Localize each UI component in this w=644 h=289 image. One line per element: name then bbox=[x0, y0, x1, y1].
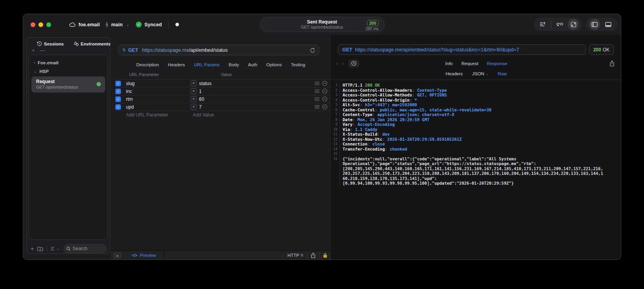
request-panel: ⇅ GET https://statuspage.me/api/embed/st… bbox=[110, 35, 331, 260]
request-footer: ▲ </> Preview HTTP ⇅ bbox=[110, 251, 331, 260]
response-url: https://statuspage.me/api/embed/status?s… bbox=[355, 47, 519, 53]
chevron-down-icon: ⌄ bbox=[486, 72, 489, 76]
param-value[interactable]: 7 bbox=[197, 104, 315, 110]
param-value[interactable]: 1 bbox=[197, 89, 315, 94]
branch-name[interactable]: main bbox=[111, 22, 122, 27]
sort-menu-button[interactable]: ⌄ bbox=[51, 247, 60, 251]
bottom-panel-icon[interactable] bbox=[603, 19, 614, 30]
refresh-icon[interactable] bbox=[310, 47, 315, 53]
code-line: 14Transfer-Encoding: chunked bbox=[332, 147, 621, 152]
tab-environments-label: Environments bbox=[81, 42, 111, 46]
protocol-selector[interactable]: HTTP ⇅ bbox=[287, 253, 303, 258]
tab-sessions[interactable]: Sessions bbox=[37, 41, 64, 46]
code-line: 7Content-Type: application/json; charset… bbox=[332, 112, 621, 117]
row-menu-icon[interactable] bbox=[315, 89, 319, 93]
zoom-button[interactable] bbox=[46, 22, 51, 27]
request-status-dot bbox=[97, 82, 101, 86]
tab-auth[interactable]: Auth bbox=[248, 62, 257, 67]
tab-headers[interactable]: Headers bbox=[168, 62, 185, 67]
param-value[interactable]: 60 bbox=[197, 96, 315, 102]
tab-request[interactable]: Request bbox=[462, 61, 478, 66]
remove-session-button[interactable]: — bbox=[40, 48, 45, 54]
param-name[interactable]: slug bbox=[121, 81, 191, 86]
minimize-button[interactable] bbox=[38, 22, 43, 27]
chevron-down-icon[interactable]: ⌄ bbox=[126, 23, 129, 27]
forward-button[interactable]: › bbox=[342, 60, 343, 66]
unsaved-dot bbox=[175, 23, 179, 26]
url-field[interactable]: ⇅ GET https://statuspage.me/api/embed/st… bbox=[119, 45, 319, 55]
tab-info[interactable]: Info bbox=[445, 61, 453, 66]
add-value-placeholder[interactable]: Add Value bbox=[190, 112, 331, 118]
response-panel: GET https://statuspage.me/api/embed/stat… bbox=[331, 35, 621, 260]
group-foe-email[interactable]: › Foe.email bbox=[31, 58, 105, 67]
add-param-row[interactable]: Add URL Parameter Add Value bbox=[115, 111, 331, 118]
group-hsp[interactable]: ⌄ HSP bbox=[31, 67, 105, 76]
tab-url-params[interactable]: URL Params bbox=[194, 62, 219, 67]
divider bbox=[319, 253, 319, 258]
code-line: 9Vary: Accept-Encoding bbox=[332, 122, 621, 127]
share-icon[interactable] bbox=[311, 253, 316, 258]
remove-row-icon[interactable] bbox=[322, 89, 327, 94]
method-updown-icon[interactable]: ⇅ bbox=[122, 48, 126, 52]
url-host: https://statuspage.me bbox=[142, 47, 189, 53]
history-button[interactable] bbox=[348, 60, 359, 67]
add-request-button[interactable]: + bbox=[31, 245, 34, 252]
remove-row-icon[interactable] bbox=[322, 81, 327, 86]
remove-row-icon[interactable] bbox=[322, 96, 327, 102]
request-subtitle: GET /api/embed/status bbox=[301, 25, 343, 30]
row-menu-icon[interactable] bbox=[315, 97, 319, 101]
row-menu-icon[interactable] bbox=[315, 105, 319, 109]
code-icon: </> bbox=[132, 253, 137, 258]
param-checkbox[interactable]: ✓ bbox=[115, 104, 121, 110]
close-button[interactable] bbox=[31, 22, 35, 27]
cloud-icon bbox=[69, 22, 76, 27]
param-name[interactable]: upd bbox=[121, 104, 191, 110]
param-checkbox[interactable]: ✓ bbox=[115, 81, 121, 86]
app-window: foe.email main ⌄ ✓ Synced Sent Request G… bbox=[23, 14, 621, 260]
add-session-button[interactable]: + bbox=[32, 48, 35, 54]
tab-response[interactable]: Response bbox=[487, 61, 507, 66]
history-clock-icon bbox=[37, 41, 42, 46]
param-checkbox[interactable]: ✓ bbox=[115, 96, 121, 102]
share-icon[interactable] bbox=[609, 60, 615, 67]
request-item-selected[interactable]: Request GET /api/embed/status bbox=[31, 76, 105, 93]
request-title-pill[interactable]: Sent Request GET /api/embed/status 200 2… bbox=[260, 17, 385, 32]
remove-row-icon[interactable] bbox=[322, 104, 327, 109]
preview-button[interactable]: </> Preview bbox=[132, 253, 156, 258]
add-param-placeholder[interactable]: Add URL Parameter bbox=[115, 112, 190, 118]
swap-box-icon[interactable] bbox=[568, 19, 579, 30]
param-value[interactable]: status bbox=[197, 81, 315, 86]
back-button[interactable]: ‹ bbox=[336, 60, 338, 66]
param-name[interactable]: inc bbox=[121, 89, 191, 94]
group-label: Foe.email bbox=[38, 60, 58, 65]
protocol-label: HTTP bbox=[287, 253, 299, 258]
request-title: Sent Request bbox=[301, 19, 343, 25]
search-input[interactable] bbox=[73, 246, 104, 251]
param-name[interactable]: rtm bbox=[121, 96, 191, 102]
expand-console-button[interactable]: ▲ bbox=[113, 253, 121, 258]
param-checkbox[interactable]: ✓ bbox=[115, 89, 121, 94]
subtab-headers[interactable]: Headers bbox=[446, 71, 463, 76]
tab-description[interactable]: Description bbox=[136, 62, 159, 67]
subtab-json[interactable]: JSON ⌄ bbox=[472, 71, 488, 76]
new-folder-icon[interactable] bbox=[37, 246, 43, 251]
left-panel-icon[interactable] bbox=[589, 19, 600, 30]
search-box[interactable] bbox=[63, 244, 107, 253]
request-item-subtitle: GET /api/embed/status bbox=[36, 85, 101, 90]
tab-options[interactable]: Options bbox=[266, 62, 282, 67]
param-row: ✓ upd = 7 bbox=[115, 103, 331, 111]
sent-request-url[interactable]: GET https://statuspage.me/api/embed/stat… bbox=[338, 44, 586, 55]
tab-body[interactable]: Body bbox=[229, 62, 239, 67]
export-lines-icon[interactable] bbox=[537, 19, 548, 30]
tab-testing[interactable]: Testing bbox=[291, 62, 305, 67]
code-line: 6Cache-Control: public, max-age=15, stal… bbox=[332, 107, 621, 113]
tab-environments[interactable]: Environments bbox=[73, 41, 111, 46]
code-line: 3Access-Control-Allow-Methods: GET, OPTI… bbox=[332, 93, 621, 98]
divider bbox=[551, 21, 551, 28]
merge-arrows-icon[interactable] bbox=[554, 19, 565, 30]
method-label[interactable]: GET bbox=[128, 47, 138, 53]
project-name[interactable]: foe.email bbox=[78, 22, 100, 27]
row-menu-icon[interactable] bbox=[315, 82, 319, 85]
chevron-right-icon: › bbox=[34, 61, 35, 65]
subtab-raw[interactable]: Raw bbox=[498, 71, 507, 76]
